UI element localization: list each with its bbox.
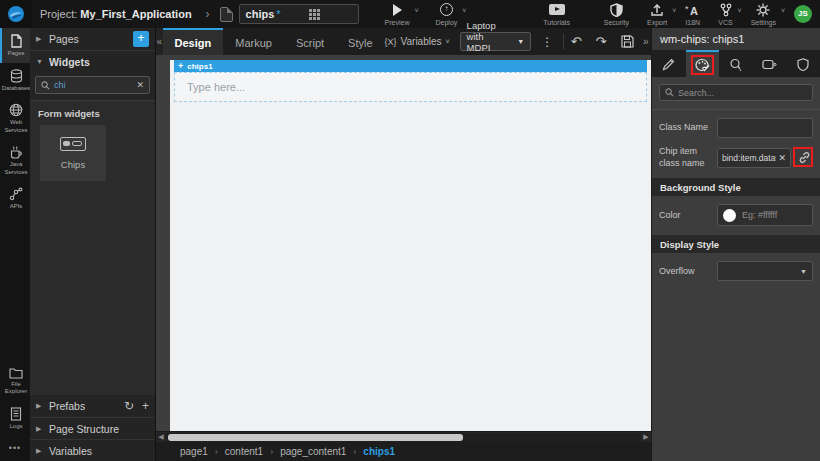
- vcs-button[interactable]: VCS ˅: [718, 3, 732, 26]
- add-page-button[interactable]: +: [133, 31, 149, 47]
- chips-input-area[interactable]: Type here...: [174, 72, 647, 102]
- class-name-field-row: Class Name: [652, 114, 820, 142]
- logs-icon: [10, 407, 22, 421]
- design-canvas[interactable]: + chips1 Type here...: [170, 60, 651, 431]
- widgets-section-label: Widgets: [49, 56, 90, 68]
- tab-style[interactable]: Style: [336, 28, 384, 55]
- export-label: Export: [647, 19, 667, 26]
- main-area: Pages Databases Web Services: [0, 28, 820, 461]
- class-name-label: Class Name: [659, 122, 717, 134]
- scrollbar-track[interactable]: [166, 433, 641, 442]
- chevron-down-icon[interactable]: ˅: [462, 7, 466, 14]
- clear-binding-icon[interactable]: ✕: [778, 153, 786, 163]
- project-title: Project: My_First_Application: [40, 8, 192, 20]
- save-button[interactable]: [621, 35, 634, 48]
- color-swatch[interactable]: [723, 209, 736, 222]
- breadcrumb-chips1[interactable]: chips1: [363, 446, 395, 457]
- app-logo[interactable]: [0, 0, 32, 28]
- rail-item-web-services[interactable]: Web Services: [0, 97, 30, 139]
- rail-item-logs[interactable]: Logs: [0, 401, 30, 436]
- widget-search-box[interactable]: chi ✕: [35, 76, 150, 94]
- left-nav-rail: Pages Databases Web Services: [0, 28, 30, 461]
- settings-button[interactable]: Settings ˅: [751, 3, 776, 26]
- add-prefab-icon[interactable]: +: [142, 399, 149, 413]
- scroll-right-arrow[interactable]: ▶: [641, 433, 651, 441]
- undo-button[interactable]: ↶: [571, 34, 582, 49]
- canvas-toolbar: « Design Markup Script Style {X} Variabl…: [156, 28, 651, 55]
- rail-item-databases[interactable]: Databases: [0, 63, 30, 98]
- background-color-input[interactable]: Eg: #ffffff: [717, 204, 813, 226]
- security-button[interactable]: Security: [604, 3, 629, 26]
- tab-device[interactable]: [753, 50, 787, 77]
- topbar-right-actions: Security Export ˅ * A: [604, 3, 820, 26]
- device-selector[interactable]: Laptop with MDPI Screen ▼: [460, 32, 532, 51]
- rail-item-file-explorer[interactable]: File Explorer: [0, 361, 30, 401]
- tab-script[interactable]: Script: [284, 28, 336, 55]
- overflow-select[interactable]: ▼: [717, 261, 813, 281]
- tab-properties[interactable]: [652, 50, 686, 77]
- variables-section-header[interactable]: ▶ Variables: [30, 439, 155, 461]
- properties-tabs: [652, 50, 820, 77]
- unsaved-indicator: *: [276, 8, 280, 20]
- page-structure-section-header[interactable]: ▶ Page Structure: [30, 417, 155, 439]
- refresh-prefabs-icon[interactable]: ↻: [124, 399, 134, 413]
- i18n-button[interactable]: * A I18N: [685, 3, 700, 26]
- horizontal-scrollbar[interactable]: ◀ ▶: [156, 431, 651, 442]
- widget-selection-bar[interactable]: + chips1: [174, 60, 647, 72]
- chips1-widget[interactable]: + chips1 Type here...: [174, 60, 647, 102]
- preview-button[interactable]: Preview ˅: [385, 3, 410, 26]
- chevron-down-icon[interactable]: ˅: [781, 7, 785, 14]
- prefabs-section-header[interactable]: ▶ Prefabs ↻ +: [30, 395, 155, 417]
- open-file-tab[interactable]: chips *: [239, 4, 359, 24]
- tab-styles[interactable]: [686, 50, 720, 77]
- property-search-box[interactable]: Search...: [659, 84, 813, 101]
- redo-button[interactable]: ↷: [596, 34, 607, 49]
- class-name-input[interactable]: [717, 118, 813, 138]
- database-icon: [10, 69, 23, 83]
- deploy-button[interactable]: ↑ Deploy ˅: [436, 3, 458, 26]
- breadcrumb-page-content1[interactable]: page_content1: [280, 446, 346, 457]
- svg-text:*: *: [685, 4, 689, 14]
- expand-right-panel-button[interactable]: »: [642, 36, 649, 47]
- tutorials-label: Tutorials: [543, 19, 570, 26]
- chevron-down-icon[interactable]: ˅: [414, 7, 418, 14]
- rail-item-pages[interactable]: Pages: [0, 28, 30, 63]
- user-avatar[interactable]: JS: [794, 5, 812, 23]
- tab-markup[interactable]: Markup: [223, 28, 284, 55]
- bind-property-button[interactable]: [795, 149, 813, 167]
- shield-icon: [610, 3, 623, 17]
- widgets-section-header[interactable]: ▼ Widgets: [30, 50, 155, 72]
- tab-security[interactable]: [786, 50, 820, 77]
- breadcrumb-page1[interactable]: page1: [180, 446, 208, 457]
- rail-item-java-services[interactable]: Java Services: [0, 139, 30, 181]
- breadcrumb-content1[interactable]: content1: [225, 446, 263, 457]
- chip-item-class-input[interactable]: bind:item.datavalue.d ✕: [717, 148, 791, 168]
- chevron-down-icon[interactable]: ˅: [738, 7, 742, 14]
- divider: [652, 109, 820, 110]
- search-input[interactable]: chi: [54, 80, 136, 90]
- chips-widget-icon: [60, 137, 86, 151]
- prefabs-section-label: Prefabs: [49, 400, 85, 412]
- clear-search-icon[interactable]: ✕: [136, 80, 144, 90]
- chips-widget-tile[interactable]: Chips: [40, 125, 106, 181]
- security-label: Security: [604, 19, 629, 26]
- collapsed-arrow-icon: ▶: [36, 425, 43, 433]
- scrollbar-thumb[interactable]: [168, 434, 463, 441]
- more-options-icon[interactable]: •••: [0, 435, 30, 461]
- scroll-left-arrow[interactable]: ◀: [156, 433, 166, 441]
- color-label: Color: [659, 210, 717, 222]
- shield-outline-icon: [797, 58, 809, 71]
- grid-layout-icon[interactable]: [309, 9, 320, 20]
- tab-inspect[interactable]: [719, 50, 753, 77]
- tutorials-button[interactable]: Tutorials: [543, 3, 570, 26]
- export-button[interactable]: Export ˅: [647, 3, 667, 26]
- pages-icon: [10, 34, 23, 48]
- more-actions-icon[interactable]: ⋮: [541, 35, 553, 49]
- pages-section-header[interactable]: ▶ Pages +: [30, 28, 155, 50]
- rail-item-apis[interactable]: APIs: [0, 181, 30, 216]
- tab-design[interactable]: Design: [163, 28, 224, 55]
- variables-button[interactable]: {X} Variables ˅: [385, 36, 450, 47]
- move-icon[interactable]: +: [178, 61, 183, 71]
- chevron-down-icon[interactable]: ˅: [672, 7, 676, 14]
- preview-label: Preview: [385, 19, 410, 26]
